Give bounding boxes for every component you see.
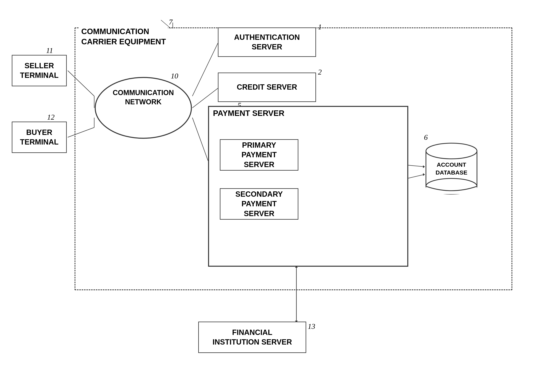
payment-server-outer-box: PAYMENT SERVER xyxy=(208,106,408,267)
ref-12: 12 xyxy=(47,113,55,121)
ref-2: 2 xyxy=(318,68,322,76)
svg-text:DATABASE: DATABASE xyxy=(436,169,467,176)
primary-payment-label: PRIMARY PAYMENT SERVER xyxy=(241,140,277,170)
svg-text:ACCOUNT: ACCOUNT xyxy=(437,161,466,168)
ref-13: 13 xyxy=(308,322,315,331)
svg-point-18 xyxy=(426,143,477,159)
ref-11: 11 xyxy=(46,46,53,55)
auth-server-box: AUTHENTICATION SERVER xyxy=(218,28,316,57)
financial-server-box: FINANCIAL INSTITUTION SERVER xyxy=(198,321,306,353)
buyer-terminal-box: BUYER TERMINAL xyxy=(12,122,67,153)
secondary-payment-box: SECONDARY PAYMENT SERVER xyxy=(220,188,298,220)
seller-terminal-box: SELLER TERMINAL xyxy=(12,55,67,86)
svg-rect-20 xyxy=(426,186,477,194)
ref-7: 7 xyxy=(169,18,173,26)
comm-network-ellipse xyxy=(94,76,192,139)
buyer-terminal-label: BUYER TERMINAL xyxy=(20,128,58,147)
svg-point-16 xyxy=(95,77,191,138)
financial-server-label: FINANCIAL INSTITUTION SERVER xyxy=(212,328,292,347)
payment-server-label: PAYMENT SERVER xyxy=(213,109,284,118)
carrier-label: COMMUNICATION CARRIER EQUIPMENT xyxy=(79,26,168,47)
credit-server-label: CREDIT SERVER xyxy=(237,82,297,92)
seller-terminal-label: SELLER TERMINAL xyxy=(20,61,58,80)
account-database: ACCOUNT DATABASE xyxy=(424,141,479,196)
credit-server-box: CREDIT SERVER xyxy=(218,73,316,102)
diagram-container: COMMUNICATION CARRIER EQUIPMENT 7 11 12 … xyxy=(12,12,526,380)
auth-server-label: AUTHENTICATION SERVER xyxy=(234,33,300,52)
ref-6: 6 xyxy=(424,133,428,142)
primary-payment-box: PRIMARY PAYMENT SERVER xyxy=(220,139,298,171)
secondary-payment-label: SECONDARY PAYMENT SERVER xyxy=(235,189,283,218)
ref-1: 1 xyxy=(318,23,322,31)
